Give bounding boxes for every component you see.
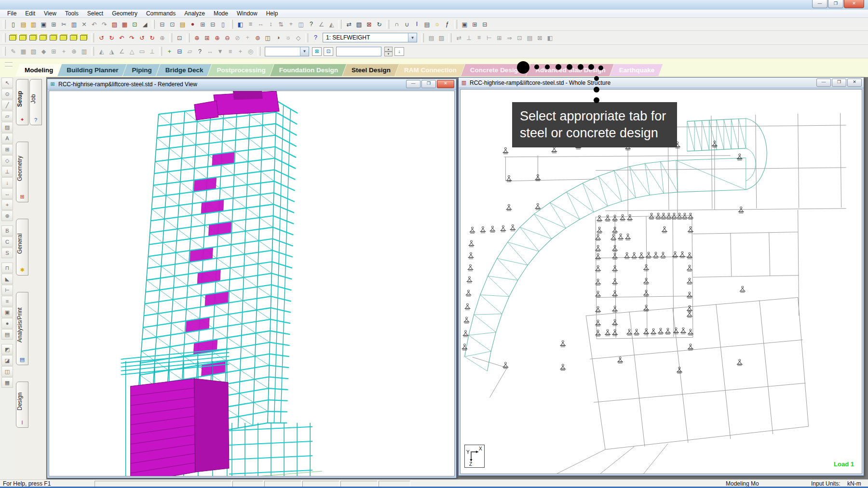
visibility-plates-icon[interactable]: ◫ [1,366,13,377]
save-icon[interactable]: ▣ [39,20,49,29]
toolbar-grip[interactable] [3,47,6,56]
load-delete-icon[interactable]: ▨ [436,33,447,42]
redraw-icon[interactable]: ⊚ [253,33,263,42]
document-icon[interactable]: ▯ [218,20,228,29]
view-cube-back-icon[interactable] [49,33,59,42]
bulb-tool-icon[interactable]: ☼ [432,20,442,29]
insert-node-icon[interactable]: + [286,20,296,29]
menu-edit[interactable]: Edit [21,10,40,17]
lighting-icon[interactable]: ☼ [283,33,293,42]
toolbar-grip[interactable] [152,20,155,29]
toolbar-grip[interactable] [91,47,94,56]
renumber-icon[interactable]: ⇒ [504,33,515,42]
translational-repeat-icon[interactable]: ⇄ [454,33,464,42]
toolbar-grip[interactable] [305,33,308,42]
report-icon[interactable]: ▤ [177,20,188,29]
whole-structure-close-button[interactable]: ✕ [847,79,862,87]
page-tab-geometry[interactable]: Geometry⊞ [16,142,28,202]
add-plate-icon[interactable]: ▦ [18,47,28,56]
view-cube-perspective-icon[interactable] [79,33,89,42]
print-report-icon[interactable]: ⊟ [208,20,218,29]
view-rail-icon[interactable]: ≡ [1,296,13,306]
select-region-icon[interactable]: ⊡ [175,33,185,42]
window-layout-icon[interactable]: ⊞ [470,20,480,29]
select-solids-icon[interactable]: ▨ [1,122,13,132]
menu-file[interactable]: File [3,10,21,17]
labels-select[interactable]: ▼ [265,47,309,56]
section-view-icon[interactable]: ◫ [296,20,306,29]
menu-help[interactable]: Help [262,10,283,17]
copy-picture-icon[interactable]: ⊞ [198,20,208,29]
arc-tool-icon[interactable]: ∩ [392,20,402,29]
app-minimize-button[interactable]: — [812,0,827,8]
select-text-icon[interactable]: A [1,133,13,144]
select-plates-icon[interactable]: ▱ [1,111,13,121]
node-move-icon[interactable]: ⇅ [276,20,286,29]
open-file-icon[interactable]: ▤ [18,20,28,29]
menu-view[interactable]: View [40,10,61,17]
support-toggle-icon[interactable]: ≡ [225,47,235,56]
value-spinner[interactable]: ▲▼ [384,47,393,56]
whole-structure-maximize-button[interactable]: ❐ [832,79,846,87]
view-cube-left-icon[interactable] [59,33,69,42]
node-grid-icon[interactable]: ⊡ [130,20,140,29]
download-tool-icon[interactable]: ↓ [394,47,404,56]
add-node-icon[interactable]: + [59,47,69,56]
view-cube-bottom-icon[interactable] [28,33,39,42]
toolbar-grip[interactable] [258,47,260,56]
view-cube-top-icon[interactable] [18,33,28,42]
pan-icon[interactable]: + [243,33,253,42]
spin-cw-icon[interactable]: ↻ [147,33,157,42]
zoom-window-icon[interactable]: ⊞ [202,33,212,42]
wireframe-mode-icon[interactable]: ◫ [263,33,273,42]
open-folder-icon[interactable]: ▥ [28,20,39,29]
visibility-beams-icon[interactable]: ◪ [1,355,13,366]
merge-beam-icon[interactable]: ▤ [525,33,535,42]
triangle-tool-icon[interactable]: △ [127,47,137,56]
toolbar-grip[interactable] [91,33,94,42]
app-titlebar[interactable]: — ❐ ✕ [0,0,868,10]
app-close-button[interactable]: ✕ [844,0,864,8]
rendered-view-minimize-button[interactable]: — [406,80,420,88]
page-tab-design[interactable]: DesignI [16,382,28,428]
select-loads-icon[interactable]: ↓ [1,177,13,188]
menu-mode[interactable]: Mode [209,10,232,17]
toolbar-grip[interactable] [3,33,6,42]
structure-wizard-icon[interactable]: ⇄ [344,20,354,29]
toolbar-grip[interactable] [339,20,341,29]
calculator-icon[interactable]: ▦ [120,20,130,29]
rendered-view-maximize-button[interactable]: ❐ [421,80,436,88]
select-supports-icon[interactable]: ⊥ [1,166,13,177]
redo-icon[interactable]: ↷ [99,20,109,29]
shaded-mode-icon[interactable]: ◑ [273,33,283,42]
toolbar-grip[interactable] [448,33,451,42]
sweep-icon[interactable]: ▨ [109,20,120,29]
run-analysis-icon[interactable]: ↻ [374,20,384,29]
view-cube-right-icon[interactable] [69,33,79,42]
rotate-up-icon[interactable]: ↺ [96,33,107,42]
new-file-icon[interactable]: ▯ [8,20,18,29]
zoom-extents-icon[interactable]: ⊕ [192,33,202,42]
whole-structure-minimize-button[interactable]: — [816,79,831,87]
ibeam-sections-icon[interactable]: I [412,20,422,29]
menu-select[interactable]: Select [83,10,108,17]
toolbar-grip[interactable] [454,20,457,29]
whole-structure-titlebar[interactable]: ▥ RCC-highrise-ramp&liftcore-steel.std -… [459,78,864,88]
whole-structure-canvas[interactable]: Select appropriate tab for steel or conc… [460,89,862,474]
grid-sheet-icon[interactable]: ▤ [422,20,432,29]
dropdown-arrow-icon[interactable]: ▼ [408,33,417,42]
load-values-toggle-icon[interactable]: ▼ [215,47,225,56]
toolbar-grip[interactable] [159,47,162,56]
tab-ram-connection[interactable]: RAM Connection [395,64,465,76]
node-query-icon[interactable]: + [164,47,175,56]
add-solid-icon[interactable]: ▧ [28,47,39,56]
view-cube-iso-icon[interactable] [8,33,18,42]
command-input[interactable] [336,47,381,56]
spin-ccw-icon[interactable]: ↺ [137,33,147,42]
perpendicular-tool-icon[interactable]: ⊥ [147,47,157,56]
select-grid-icon[interactable]: ⊞ [1,144,13,155]
tab-building-planner[interactable]: Building Planner [57,64,126,76]
toolbar-grip[interactable] [386,20,389,29]
zoom-previous-icon[interactable]: ⊘ [232,33,243,42]
insert-node-2-icon[interactable]: ⊞ [494,33,504,42]
